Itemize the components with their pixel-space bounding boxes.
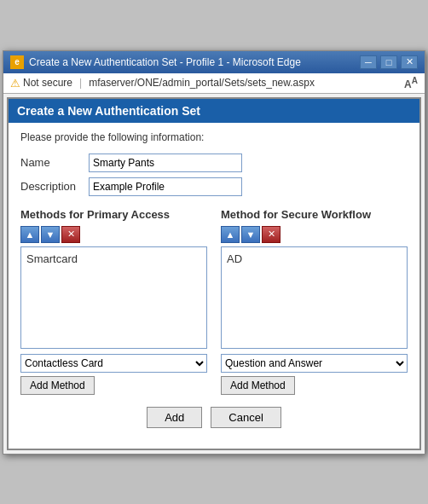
not-secure-label: Not secure — [23, 77, 72, 89]
primary-method-list[interactable]: Smartcard — [20, 246, 207, 349]
name-input[interactable] — [89, 154, 242, 172]
close-button[interactable]: ✕ — [401, 55, 418, 69]
secure-workflow-column: Method for Secure Workflow ▲ ▼ ✕ AD Ques… — [221, 208, 408, 395]
primary-up-button[interactable]: ▲ — [20, 226, 39, 243]
minimize-button[interactable]: ─ — [360, 55, 377, 69]
secure-method-dropdown[interactable]: Question and Answer AD Password OATH Tok… — [221, 354, 408, 373]
warning-icon: ⚠ — [10, 77, 20, 90]
page-header: Create a New Authentication Set — [9, 99, 419, 123]
browser-icon: e — [10, 55, 24, 69]
address-bar: ⚠ Not secure | mfaserver/ONE/admin_porta… — [3, 73, 425, 94]
secure-up-button[interactable]: ▲ — [221, 226, 240, 243]
page-subtitle: Please provide the following information… — [20, 131, 408, 143]
add-button[interactable]: Add — [147, 407, 202, 428]
primary-add-method-button[interactable]: Add Method — [20, 376, 95, 395]
primary-delete-button[interactable]: ✕ — [61, 226, 80, 243]
cancel-button[interactable]: Cancel — [211, 407, 281, 428]
description-label: Description — [20, 180, 89, 193]
page-body: Please provide the following information… — [9, 123, 419, 449]
name-label: Name — [20, 156, 89, 169]
methods-section: Methods for Primary Access ▲ ▼ ✕ Smartca… — [20, 208, 408, 395]
primary-access-column: Methods for Primary Access ▲ ▼ ✕ Smartca… — [20, 208, 207, 395]
secure-list-item[interactable]: AD — [225, 251, 403, 267]
restore-button[interactable]: □ — [380, 55, 397, 69]
primary-down-button[interactable]: ▼ — [41, 226, 60, 243]
address-url[interactable]: mfaserver/ONE/admin_portal/Sets/sets_new… — [89, 77, 399, 89]
title-bar-left: e Create a New Authentication Set - Prof… — [10, 55, 301, 69]
secure-add-method-button[interactable]: Add Method — [221, 376, 295, 395]
separator: | — [79, 77, 82, 89]
footer-buttons: Add Cancel — [20, 395, 408, 440]
secure-method-list[interactable]: AD — [221, 246, 408, 349]
name-row: Name — [20, 154, 408, 172]
secure-workflow-title: Method for Secure Workflow — [221, 208, 408, 221]
window-title: Create a New Authentication Set - Profil… — [29, 56, 301, 68]
primary-arrow-buttons: ▲ ▼ ✕ — [20, 226, 207, 243]
primary-access-title: Methods for Primary Access — [20, 208, 207, 221]
aa-icon: AA — [404, 76, 418, 90]
page-content: Create a New Authentication Set Please p… — [7, 97, 421, 450]
description-input[interactable] — [89, 177, 242, 196]
description-row: Description — [20, 177, 408, 196]
secure-delete-button[interactable]: ✕ — [262, 226, 281, 243]
primary-method-dropdown[interactable]: Contactless Card Smartcard Certificate O… — [20, 354, 207, 373]
title-bar: e Create a New Authentication Set - Prof… — [3, 51, 425, 73]
secure-down-button[interactable]: ▼ — [241, 226, 260, 243]
page-title: Create a New Authentication Set — [17, 104, 200, 118]
title-bar-buttons: ─ □ ✕ — [360, 55, 418, 69]
main-window: e Create a New Authentication Set - Prof… — [3, 50, 425, 455]
primary-list-item[interactable]: Smartcard — [25, 251, 203, 267]
secure-arrow-buttons: ▲ ▼ ✕ — [221, 226, 408, 243]
not-secure-indicator: ⚠ Not secure — [10, 77, 72, 90]
